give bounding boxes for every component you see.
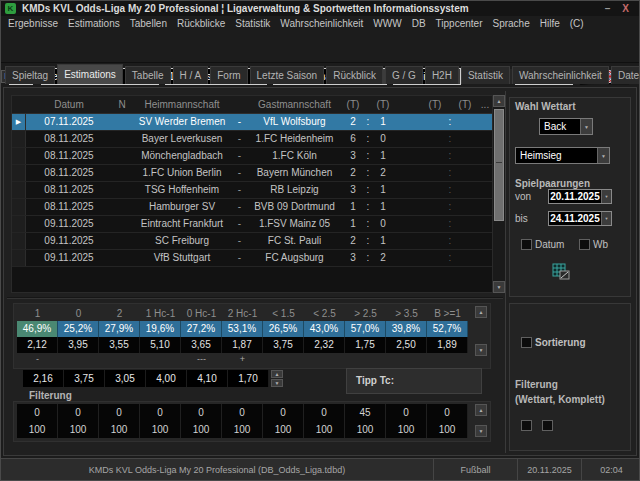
datum-checkbox[interactable]	[521, 239, 532, 250]
to-date-field[interactable]: 24.11.2025 ▼	[548, 211, 612, 226]
bet-type-select[interactable]: Heimsieg ▼	[515, 147, 610, 164]
tip-spinner-up[interactable]: ▲	[271, 370, 283, 378]
from-date-field[interactable]: 20.11.2025 ▼	[548, 189, 612, 204]
filter-min-cell[interactable]: 0	[304, 404, 345, 421]
tab-g-g[interactable]: G / G	[385, 66, 423, 84]
back-lay-select[interactable]: Back ▼	[539, 118, 593, 135]
tab-estimations[interactable]: Estimations	[57, 64, 123, 84]
vertical-divider	[505, 91, 506, 453]
menu-item-wahrscheinlichkeit[interactable]: Wahrscheinlichkeit	[275, 18, 368, 29]
stats-spinner-up[interactable]: ▲	[475, 306, 487, 318]
filter-checkbox-2[interactable]	[542, 420, 553, 431]
filter-max-cell[interactable]: 100	[222, 421, 263, 438]
minimize-button[interactable]: –	[605, 3, 611, 14]
title-bar[interactable]: K KMDs KVL Odds-Liga My 20 Professional …	[1, 1, 639, 16]
menu-item-statistik[interactable]: Statistik	[230, 18, 275, 29]
menu-item-db[interactable]: DB	[407, 18, 431, 29]
menu-item-estimations[interactable]: Estimations	[63, 18, 125, 29]
match-row[interactable]: 08.11.20251.FC Union Berlin-Bayern Münch…	[12, 165, 492, 182]
tip-odds-cell[interactable]: 2,16	[23, 370, 64, 387]
stats-column-header: > 3.5	[386, 306, 427, 321]
chevron-down-icon[interactable]: ▼	[601, 212, 611, 225]
tip-odds-cell[interactable]: 4,10	[187, 370, 228, 387]
filter-max-cell[interactable]: 100	[304, 421, 345, 438]
menu-item-r-ckblicke[interactable]: Rückblicke	[172, 18, 230, 29]
match-cell: :	[364, 182, 372, 198]
filter-spinner-down[interactable]: ▼	[475, 425, 487, 437]
filter-min-cell[interactable]: 45	[345, 404, 386, 421]
filter-min-cell[interactable]: 0	[17, 404, 58, 421]
filter-max-cell[interactable]: 100	[263, 421, 304, 438]
match-row[interactable]: 08.11.2025TSG Hoffenheim-RB Leipzig3:1:	[12, 182, 492, 199]
tab-form[interactable]: Form	[210, 66, 247, 84]
chevron-down-icon[interactable]: ▼	[601, 190, 611, 203]
match-column-header: ...	[476, 96, 494, 113]
filter-max-cell[interactable]: 100	[345, 421, 386, 438]
filter-min-cell[interactable]: 0	[222, 404, 263, 421]
filter-min-cell[interactable]: 0	[427, 404, 468, 421]
horizontal-divider	[7, 297, 503, 299]
filter-min-cell[interactable]: 0	[386, 404, 427, 421]
match-row[interactable]: 08.11.2025Hamburger SV-BVB 09 Dortmund1:…	[12, 199, 492, 216]
tip-odds-cell[interactable]: 4,00	[146, 370, 187, 387]
tab-h2h[interactable]: H2H	[425, 66, 459, 84]
menu-item-tippcenter[interactable]: Tippcenter	[431, 18, 488, 29]
menu-item-sprache[interactable]: Sprache	[487, 18, 534, 29]
wb-checkbox[interactable]	[579, 239, 590, 250]
tab-datenbank[interactable]: Datenbank	[611, 66, 640, 84]
tab-letzte-saison[interactable]: Letzte Saison	[250, 66, 325, 84]
back-lay-value: Back	[540, 119, 580, 134]
sort-checkbox[interactable]	[521, 337, 532, 348]
match-row[interactable]: 09.11.2025Eintracht Frankfurt-1.FSV Main…	[12, 216, 492, 233]
filter-spinner-up[interactable]: ▲	[475, 404, 487, 416]
filter-max-cell[interactable]: 100	[58, 421, 99, 438]
close-button[interactable]: X	[622, 3, 629, 14]
menu-item-ergebnisse[interactable]: Ergebnisse	[3, 18, 63, 29]
menu-item-tabellen[interactable]: Tabellen	[125, 18, 172, 29]
menu-item-hilfe[interactable]: Hilfe	[535, 18, 565, 29]
filter-max-cell[interactable]: 100	[181, 421, 222, 438]
filter-min-cell[interactable]: 0	[263, 404, 304, 421]
vertical-scrollbar[interactable]: ▲ ▼	[493, 95, 505, 293]
tip-odds-cell[interactable]: 3,05	[105, 370, 146, 387]
filter-max-cell[interactable]: 100	[427, 421, 468, 438]
tab-wahrscheinlichkeit[interactable]: Wahrscheinlichkeit	[512, 66, 609, 84]
scroll-down-icon[interactable]: ▼	[493, 281, 505, 293]
tab-r-ckblick[interactable]: Rückblick	[326, 66, 383, 84]
filter-max-cell[interactable]: 100	[99, 421, 140, 438]
table-edit-icon[interactable]	[552, 262, 571, 281]
tab-statistik[interactable]: Statistik	[461, 66, 510, 84]
tab-spieltag[interactable]: Spieltag	[5, 66, 55, 84]
chevron-down-icon[interactable]: ▼	[597, 148, 609, 163]
filter-checkbox-1[interactable]	[521, 420, 532, 431]
match-row[interactable]: 09.11.2025SC Freiburg-FC St. Pauli2:1:	[12, 233, 492, 250]
filter-max-cell[interactable]: 100	[386, 421, 427, 438]
filter-min-cell[interactable]: 0	[99, 404, 140, 421]
match-cell	[476, 165, 494, 181]
filter-max-cell[interactable]: 100	[17, 421, 58, 438]
menu-item-www[interactable]: WWW	[368, 18, 406, 29]
match-column-header: (T)	[424, 96, 446, 113]
filter-min-cell[interactable]: 0	[140, 404, 181, 421]
tab-tabelle[interactable]: Tabelle	[125, 66, 171, 84]
tip-odds-cell[interactable]: 1,70	[228, 370, 269, 387]
match-row[interactable]: 08.11.2025Mönchengladbach-1.FC Köln3:1:	[12, 148, 492, 165]
scroll-up-icon[interactable]: ▲	[493, 95, 505, 107]
sort-checkbox-label: Sortierung	[535, 337, 586, 348]
match-row[interactable]: ▶07.11.2025SV Werder Bremen-VfL Wolfsbur…	[12, 114, 492, 131]
filter-max-cell[interactable]: 100	[140, 421, 181, 438]
filter-min-cell[interactable]: 0	[181, 404, 222, 421]
status-time: 02:04	[581, 459, 640, 481]
filter-min-cell[interactable]: 0	[58, 404, 99, 421]
tip-odds-cell[interactable]: 3,75	[64, 370, 105, 387]
row-selector	[12, 250, 26, 266]
match-row[interactable]: 09.11.2025VfB Stuttgart-FC Augsburg3:2:	[12, 250, 492, 267]
tip-spinner-down[interactable]: ▼	[271, 379, 283, 387]
chevron-down-icon[interactable]: ▼	[580, 119, 592, 134]
stats-spinner-down[interactable]: ▼	[475, 344, 487, 356]
tab-h-a[interactable]: H / A	[173, 66, 209, 84]
match-row[interactable]: 08.11.2025Bayer Leverkusen-1.FC Heidenhe…	[12, 131, 492, 148]
status-sport: Fußball	[433, 459, 517, 481]
menu-item-c[interactable]: (C)	[565, 18, 589, 29]
scrollbar-thumb[interactable]	[494, 109, 504, 221]
